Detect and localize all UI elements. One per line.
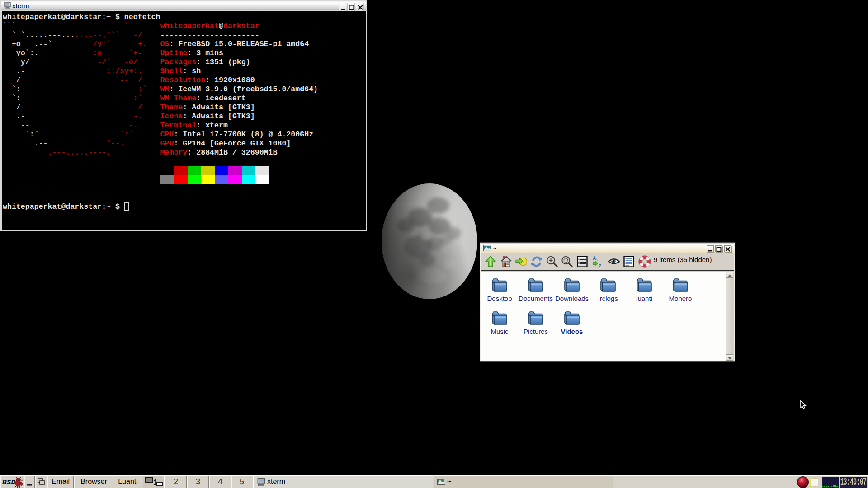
svg-text:A: A xyxy=(593,256,596,261)
svg-text:z: z xyxy=(599,263,601,268)
